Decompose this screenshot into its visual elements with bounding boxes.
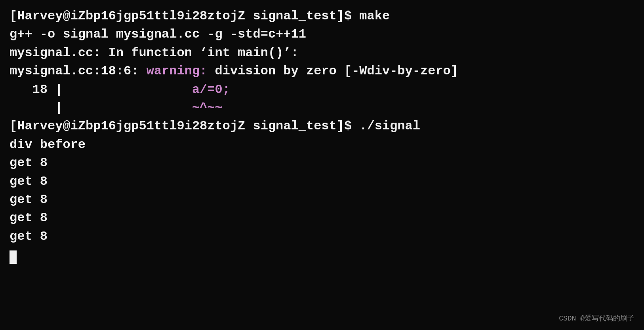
terminal-line: get 8: [10, 228, 634, 246]
terminal-line: get 8: [10, 154, 634, 172]
cursor-line: [10, 246, 634, 264]
terminal-line: get 8: [10, 191, 634, 209]
terminal-line: div before: [10, 136, 634, 154]
terminal-line: [Harvey@iZbp16jgp51ttl9i28ztojZ signal_t…: [10, 7, 634, 25]
terminal-line: [Harvey@iZbp16jgp51ttl9i28ztojZ signal_t…: [10, 117, 634, 135]
terminal-line: mysignal.cc: In function ‘int main()’:: [10, 44, 634, 62]
terminal-line: 18 | a/=0;: [10, 81, 634, 99]
terminal-cursor: [10, 250, 17, 264]
watermark: CSDN @爱写代码的刷子: [559, 313, 634, 324]
terminal-output: [Harvey@iZbp16jgp51ttl9i28ztojZ signal_t…: [10, 7, 634, 246]
terminal-line: get 8: [10, 173, 634, 191]
terminal-line: g++ -o signal mysignal.cc -g -std=c++11: [10, 25, 634, 44]
terminal-line: get 8: [10, 209, 634, 227]
terminal-line: mysignal.cc:18:6: warning: division by z…: [10, 62, 634, 80]
terminal-line: | ~^~~: [10, 99, 634, 117]
